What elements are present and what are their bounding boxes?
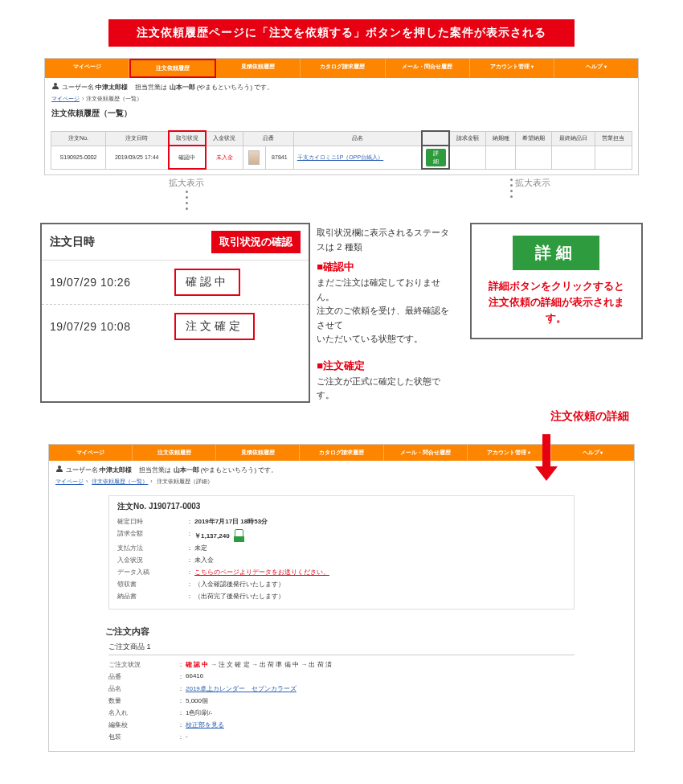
status-note-2-body: ご注文が正式に確定した状態です。 (317, 375, 456, 403)
colon: ： (178, 684, 186, 693)
colon: ： (186, 517, 194, 526)
bc2-a[interactable]: マイページ (55, 478, 84, 484)
detail-button[interactable]: 詳細 (426, 149, 446, 166)
user-name-2: 中津太郎様 (100, 466, 132, 474)
cell-status: 確認中 (169, 146, 207, 169)
order-content-section: ご注文商品 1 ご注文状況：確 認 中 → 注 文 確 定 → 出 荷 準 備 … (108, 639, 575, 743)
bc2-c: 注文依頼履歴（詳細） (157, 478, 213, 484)
content-key: 数量 (108, 696, 178, 705)
content-kv-row: 品番：66416 (108, 671, 575, 683)
th-code: 品番 (243, 131, 293, 146)
breadcrumb-mypage[interactable]: マイページ (51, 96, 80, 101)
user-info: ユーザー名:中津太郎様 担当営業は 山本一郎 (やまもといちろう) です。 (45, 78, 638, 93)
top-nav: マイページ 注文依頼履歴 見積依頼履歴 カタログ請求履歴 メール・問合せ履歴 ア… (45, 59, 638, 78)
content-value: 1色印刷/- (186, 708, 575, 717)
th-status: 取引状況 (169, 131, 207, 146)
content-key: 品名 (108, 684, 178, 693)
order-kv-row: データ入稿：こちらのページよりデータをお送りください。 (117, 566, 566, 578)
status-pill-fixed: 注文確定 (174, 313, 255, 340)
cell-code: 87841 (265, 146, 293, 169)
user-label: ユーザー名: (62, 84, 96, 91)
nav-catalog-history[interactable]: カタログ請求履歴 (301, 59, 385, 78)
colon: ： (186, 529, 194, 540)
order-value[interactable]: こちらのページよりデータをお送りください。 (194, 568, 566, 577)
th-wish: 希望納期 (515, 131, 551, 146)
order-kv-row: 支払方法：未定 (117, 542, 566, 554)
detail-explainer: 詳細 詳細ボタンをクリックすると 注文依頼の詳細が表示されます。 (470, 223, 643, 339)
content-key: 品番 (108, 672, 178, 681)
bnav-order-history[interactable]: 注文依頼履歴 (133, 445, 216, 461)
order-kv-row: 納品書：（出荷完了後発行いたします） (117, 590, 566, 602)
middle-row: 注文日時 取引状況の確認 19/07/29 10:26 確認中 19/07/29… (40, 223, 643, 403)
bnav-mail-history[interactable]: メール・問合せ履歴 (384, 445, 468, 461)
bnav-mypage[interactable]: マイページ (49, 445, 133, 461)
content-kv-row: 数量：5,000個 (108, 695, 575, 707)
order-kv-row: 入金状況：未入金 (117, 554, 566, 566)
zoom-label-left: 拡大表示 (169, 178, 204, 187)
detail-explainer-text: 詳細ボタンをクリックすると 注文依頼の詳細が表示されます。 (484, 278, 629, 326)
dots-right (510, 179, 513, 198)
product-link[interactable]: 干支カイロミニ1P（OPP台紙入） (297, 154, 383, 160)
th-pay: 入金状況 (206, 131, 243, 146)
zoom-labels-row: 拡大表示 拡大表示 (169, 177, 550, 211)
sales-kana: (やまもといちろう) です。 (197, 84, 274, 91)
content-value: 66416 (186, 672, 575, 681)
cell-sales (595, 146, 632, 169)
content-key: 包装 (108, 733, 178, 741)
nav-order-history[interactable]: 注文依頼履歴 (129, 59, 216, 78)
th-delivtype: 納期種 (486, 131, 516, 146)
breadcrumb: マイページ›注文依頼履歴（一覧） (45, 93, 638, 106)
content-kv-row: 編集校：校正部を見る (108, 719, 575, 731)
user-name: 中津太郎様 (96, 84, 128, 91)
content-value: 5,000個 (186, 696, 575, 705)
content-value[interactable]: 校正部を見る (186, 720, 575, 729)
order-kv-row: 確定日時：2019年7月17日 18時53分 (117, 515, 566, 527)
nav-account[interactable]: アカウント管理 (470, 59, 554, 78)
order-content-title: ご注文内容 (49, 616, 634, 639)
cell-no: S190925-0002 (51, 146, 105, 169)
bnav-account[interactable]: アカウント管理 (468, 445, 551, 461)
bnav-estimate-history[interactable]: 見積依頼履歴 (216, 445, 300, 461)
nav-estimate-history[interactable]: 見積依頼履歴 (216, 59, 301, 78)
colon: ： (178, 733, 186, 741)
content-kv-row: 品名：2019卓上カレンダー セブンカラーズ (108, 683, 575, 695)
content-value: 確 認 中 → 注 文 確 定 → 出 荷 準 備 中 → 出 荷 済 (186, 660, 575, 669)
nav-help[interactable]: ヘルプ (554, 59, 638, 78)
cell-amount (449, 146, 485, 169)
colon: ： (186, 556, 194, 564)
content-value[interactable]: 2019卓上カレンダー セブンカラーズ (186, 684, 575, 693)
content-kv-row: ご注文状況：確 認 中 → 注 文 確 定 → 出 荷 準 備 中 → 出 荷 … (108, 659, 575, 671)
cell-final (552, 146, 595, 169)
content-kv-row: 包装：- (108, 731, 575, 743)
invoice-icon[interactable] (235, 529, 243, 540)
bnav-help[interactable]: ヘルプ (551, 445, 634, 461)
detail-big-button: 詳細 (513, 236, 599, 270)
nav-mypage[interactable]: マイページ (45, 59, 129, 78)
order-table: 注文No. 注文日時 取引状況 入金状況 品番 品名 請求金額 納期種 希望納期… (51, 130, 632, 170)
order-key: 入金状況 (117, 556, 186, 564)
sales-label: 担当営業は (135, 84, 167, 91)
order-key: 領収書 (117, 580, 186, 589)
status-header: 注文日時 (50, 235, 95, 249)
order-key: 請求金額 (117, 529, 186, 540)
colon: ： (178, 696, 186, 705)
th-no: 注文No. (51, 131, 105, 146)
colon: ： (178, 660, 186, 669)
order-summary-block: 注文No. J190717-0003 確定日時：2019年7月17日 18時53… (108, 495, 575, 610)
order-key: 納品書 (117, 592, 186, 601)
order-kv-row: 領収書：（入金確認後発行いたします） (117, 578, 566, 590)
order-value: 未定 (194, 544, 566, 552)
colon: ： (186, 568, 194, 577)
zoom-label-right: 拡大表示 (515, 178, 550, 187)
order-kv-row: 請求金額：￥1,137,240 (117, 527, 566, 542)
user-icon-2 (55, 466, 63, 473)
bnav-catalog-history[interactable]: カタログ請求履歴 (300, 445, 383, 461)
cell-detail: 詳細 (422, 146, 449, 169)
status-pill-confirming: 確認中 (174, 269, 240, 296)
status-time-1: 19/07/29 10:26 (50, 276, 174, 289)
th-amount: 請求金額 (449, 131, 485, 146)
cell-name: 干支カイロミニ1P（OPP台紙入） (293, 146, 422, 169)
bc2-b[interactable]: 注文依頼履歴（一覧） (92, 478, 148, 484)
th-name: 品名 (293, 131, 422, 146)
nav-mail-history[interactable]: メール・問合せ履歴 (386, 59, 470, 78)
